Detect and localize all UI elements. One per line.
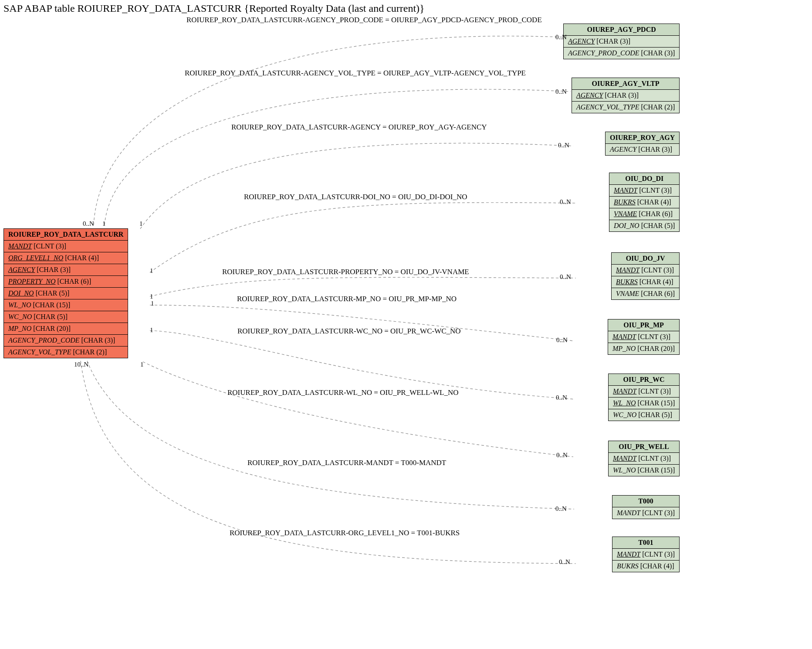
ref-table-name: OIU_DO_JV <box>612 253 680 265</box>
cardinality-label: 0..N <box>560 198 571 206</box>
field-row: MANDT [CLNT (3)] <box>612 265 680 276</box>
field-row: DOI_NO [CHAR (5)] <box>4 288 128 299</box>
field-row: MANDT [CLNT (3)] <box>609 386 680 398</box>
field-row: BUKRS [CHAR (4)] <box>612 276 680 288</box>
ref-er-table: OIU_DO_DIMANDT [CLNT (3)]BUKRS [CHAR (4)… <box>609 173 680 232</box>
relationship-label: ROIUREP_ROY_DATA_LASTCURR-WC_NO = OIU_PR… <box>237 327 461 336</box>
ref-er-table: OIUREP_ROY_AGYAGENCY [CHAR (3)] <box>605 132 680 156</box>
page-title: SAP ABAP table ROIUREP_ROY_DATA_LASTCURR… <box>3 3 425 14</box>
field-row: AGENCY_PROD_CODE [CHAR (3)] <box>4 335 128 347</box>
field-row: PROPERTY_NO [CHAR (6)] <box>4 276 128 288</box>
ref-table-name: OIUREP_ROY_AGY <box>606 132 680 144</box>
field-row: DOI_NO [CHAR (5)] <box>609 220 680 232</box>
cardinality-label: 0..N <box>555 34 567 41</box>
relationship-label: ROIUREP_ROY_DATA_LASTCURR-AGENCY = OIURE… <box>231 123 487 132</box>
field-row: MANDT [CLNT (3)] <box>609 185 680 197</box>
ref-table-name: OIU_PR_WC <box>609 374 680 386</box>
cardinality-label: 0..N <box>559 558 570 566</box>
ref-table-name: OIUREP_AGY_VLTP <box>572 78 680 90</box>
field-row: MANDT [CLNT (3)] <box>608 331 680 343</box>
field-row: WC_NO [CHAR (5)] <box>609 409 680 421</box>
cardinality-label: 0..N <box>555 505 567 513</box>
main-table-body: MANDT [CLNT (3)]ORG_LEVEL1_NO [CHAR (4)]… <box>4 241 128 358</box>
ref-er-table: OIUREP_AGY_VLTPAGENCY [CHAR (3)]AGENCY_V… <box>572 78 680 113</box>
field-row: MANDT [CLNT (3)] <box>609 453 680 465</box>
ref-table-name: T000 <box>612 496 680 507</box>
field-row: ORG_LEVEL1_NO [CHAR (4)] <box>4 252 128 264</box>
main-table-name: ROIUREP_ROY_DATA_LASTCURR <box>4 229 128 241</box>
field-row: MP_NO [CHAR (20)] <box>608 343 680 355</box>
ref-table-name: OIU_PR_WELL <box>609 441 680 453</box>
ref-table-name: OIUREP_AGY_PDCD <box>564 24 680 36</box>
cardinality-label: 0..N <box>558 142 569 149</box>
ref-table-name: OIU_DO_DI <box>609 173 680 185</box>
field-row: WL_NO [CHAR (15)] <box>609 465 680 476</box>
ref-er-table: OIU_DO_JVMANDT [CLNT (3)]BUKRS [CHAR (4)… <box>611 252 680 300</box>
cardinality-label: 0..N <box>560 273 571 281</box>
relationship-label: ROIUREP_ROY_DATA_LASTCURR-WL_NO = OIU_PR… <box>227 388 458 397</box>
relationship-label: ROIUREP_ROY_DATA_LASTCURR-DOI_NO = OIU_D… <box>244 193 467 201</box>
cardinality-label: 1 <box>150 293 153 300</box>
field-row: MANDT [CLNT (3)] <box>612 549 680 561</box>
field-row: MANDT [CLNT (3)] <box>612 507 680 519</box>
ref-table-name: OIU_PR_MP <box>608 319 680 331</box>
field-row: AGENCY_PROD_CODE [CHAR (3)] <box>564 48 680 59</box>
cardinality-label: 10..N <box>74 361 88 368</box>
cardinality-label: 1 <box>150 267 153 275</box>
cardinality-label: 1 <box>150 326 153 334</box>
field-row: WL_NO [CHAR (15)] <box>609 398 680 409</box>
cardinality-label: 0..N <box>556 394 567 401</box>
relationship-label: ROIUREP_ROY_DATA_LASTCURR-MP_NO = OIU_PR… <box>237 295 457 303</box>
cardinality-label: 1 <box>139 220 143 228</box>
cardinality-label: 0..N <box>556 452 568 459</box>
field-row: AGENCY [CHAR (3)] <box>606 144 680 156</box>
field-row: AGENCY_VOL_TYPE [CHAR (2)] <box>572 102 680 113</box>
cardinality-label: 1 <box>102 220 106 228</box>
relationship-label: ROIUREP_ROY_DATA_LASTCURR-PROPERTY_NO = … <box>222 268 469 276</box>
field-row: BUKRS [CHAR (4)] <box>609 197 680 208</box>
field-row: VNAME [CHAR (6)] <box>609 208 680 220</box>
cardinality-label: 0..N <box>556 336 568 344</box>
field-row: WC_NO [CHAR (5)] <box>4 311 128 323</box>
field-row: VNAME [CHAR (6)] <box>612 288 680 300</box>
ref-er-table: OIU_PR_WELLMANDT [CLNT (3)]WL_NO [CHAR (… <box>608 441 680 476</box>
field-row: AGENCY [CHAR (3)] <box>564 36 680 48</box>
cardinality-label: 0..N <box>83 220 94 228</box>
ref-table-name: T001 <box>612 537 680 549</box>
field-row: MP_NO [CHAR (20)] <box>4 323 128 335</box>
ref-er-table: T001MANDT [CLNT (3)]BUKRS [CHAR (4)] <box>612 537 680 572</box>
relationship-label: ROIUREP_ROY_DATA_LASTCURR-ORG_LEVEL1_NO … <box>230 529 460 537</box>
field-row: WL_NO [CHAR (15)] <box>4 299 128 311</box>
relationship-label: ROIUREP_ROY_DATA_LASTCURR-AGENCY_PROD_CO… <box>186 16 542 24</box>
ref-er-table: OIU_PR_MPMANDT [CLNT (3)]MP_NO [CHAR (20… <box>608 319 680 355</box>
ref-er-table: OIUREP_AGY_PDCDAGENCY [CHAR (3)]AGENCY_P… <box>563 24 680 59</box>
field-row: AGENCY [CHAR (3)] <box>572 90 680 102</box>
field-row: BUKRS [CHAR (4)] <box>612 561 680 572</box>
main-er-table: ROIUREP_ROY_DATA_LASTCURR MANDT [CLNT (3… <box>3 228 128 358</box>
cardinality-label: 0..N <box>555 88 567 95</box>
field-row: AGENCY_VOL_TYPE [CHAR (2)] <box>4 347 128 358</box>
field-row: MANDT [CLNT (3)] <box>4 241 128 252</box>
cardinality-label: 1 <box>140 361 144 368</box>
relationship-label: ROIUREP_ROY_DATA_LASTCURR-MANDT = T000-M… <box>247 459 446 467</box>
ref-er-table: T000MANDT [CLNT (3)] <box>612 495 680 519</box>
field-row: AGENCY [CHAR (3)] <box>4 264 128 276</box>
ref-er-table: OIU_PR_WCMANDT [CLNT (3)]WL_NO [CHAR (15… <box>608 374 680 421</box>
relationship-label: ROIUREP_ROY_DATA_LASTCURR-AGENCY_VOL_TYP… <box>185 69 526 78</box>
cardinality-label: 1 <box>151 300 154 307</box>
